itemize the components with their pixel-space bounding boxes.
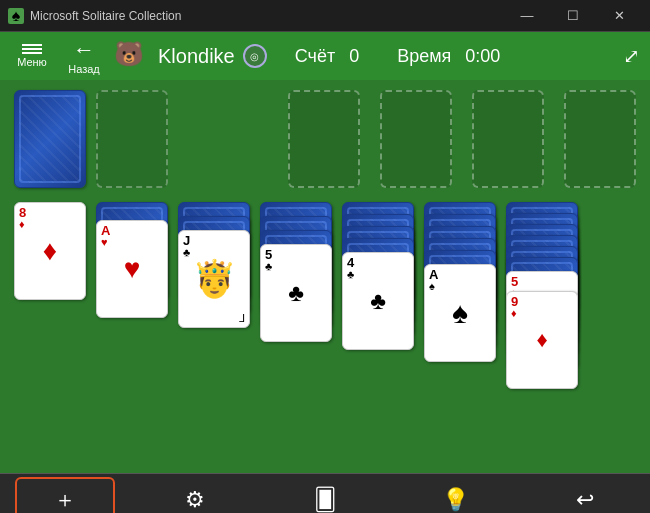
window-title: Microsoft Solitaire Collection [30,9,181,23]
card-suit: ♦ [511,308,573,319]
maximize-button[interactable]: ☐ [550,0,596,32]
card-center: ♦ [43,235,57,267]
stock-card [14,90,86,188]
card-suit: ♣ [347,269,409,280]
card-center: ♥ [124,253,141,285]
card-rank: 8 [19,206,81,219]
bear-icon: 🐻 [114,40,146,72]
stock-pile[interactable] [14,90,86,188]
hint-icon: 💡 [442,487,469,513]
card-center: ♠ [452,296,468,330]
top-spacer [178,90,278,188]
back-button[interactable]: ← Назад [62,34,106,78]
hamburger-icon [22,48,42,50]
card-center: ♦ [536,327,547,353]
card-rank: 5 [511,275,573,288]
score-value: 0 [349,46,359,67]
tableau: 8 ♦ ♦ A ♥ ♥ J ♣ 🤴 Г [14,202,636,402]
foundation-3[interactable] [472,90,544,188]
card-jc[interactable]: J ♣ 🤴 Г [178,230,250,328]
card-9d[interactable]: 9 ♦ ♦ [506,291,578,389]
card-suit: ♣ [265,261,327,272]
card-rank: J [183,234,245,247]
card-rank-bottom: Г [239,312,245,324]
new-game-button[interactable]: ＋ Новая игра [15,477,115,514]
time-value: 0:00 [465,46,500,67]
plus-icon: ＋ [54,485,76,514]
card-rank: 5 [265,248,327,261]
close-button[interactable]: ✕ [596,0,642,32]
score-label: Счёт [295,46,335,67]
back-arrow-icon: ← [73,37,95,63]
card-5c[interactable]: 5 ♣ ♣ [260,244,332,342]
foundation-4[interactable] [564,90,636,188]
tableau-col-4[interactable]: 4 ♣ ♣ [342,202,414,402]
card-center: ♣ [288,279,304,307]
expand-button[interactable]: ⤢ [623,44,640,68]
tableau-col-0[interactable]: 8 ♦ ♦ [14,202,86,402]
minimize-button[interactable]: — [504,0,550,32]
card-suit: ♥ [101,237,163,248]
card-suit: ♠ [429,281,491,292]
tableau-col-1[interactable]: A ♥ ♥ [96,202,168,402]
game-area: 8 ♦ ♦ A ♥ ♥ J ♣ 🤴 Г [0,80,650,473]
app-icon: ♠ [8,8,24,24]
top-row [14,90,636,188]
undo-icon: ↩ [576,487,594,513]
settings-button[interactable]: ⚙ Параметры [145,481,245,514]
menu-label: Меню [17,56,47,68]
card-suit: ♣ [183,247,245,258]
waste-slot[interactable] [96,90,168,188]
gear-icon: ⚙ [185,487,205,513]
tableau-col-6[interactable]: 5 ♦ ♦ 9 ♦ ♦ [506,202,578,402]
back-label: Назад [68,63,100,75]
title-bar: ♠ Microsoft Solitaire Collection — ☐ ✕ [0,0,650,32]
window-controls: — ☐ ✕ [504,0,642,32]
hamburger-icon [22,44,42,46]
time-label: Время [397,46,451,67]
face-card-image: 🤴 [192,261,237,297]
card-rank: A [429,268,491,281]
game-name: Klondike [158,45,235,68]
hamburger-icon [22,52,42,54]
card-suit: ♦ [19,219,81,230]
card-8d[interactable]: 8 ♦ ♦ [14,202,86,300]
foundation-2[interactable] [380,90,452,188]
card-rank: 9 [511,295,573,308]
card-4c[interactable]: 4 ♣ ♣ [342,252,414,350]
hint-button[interactable]: 💡 Подсказка [405,481,505,514]
card-rank: 4 [347,256,409,269]
tableau-col-5[interactable]: A ♠ ♠ [424,202,496,402]
tableau-col-3[interactable]: 5 ♣ ♣ [260,202,332,402]
card-ah[interactable]: A ♥ ♥ [96,220,168,318]
cards-button[interactable]: 🂠 Карты [275,481,375,514]
tableau-col-2[interactable]: J ♣ 🤴 Г [178,202,250,402]
cards-icon: 🂠 [314,487,337,513]
foundation-1[interactable] [288,90,360,188]
titlebar-left: ♠ Microsoft Solitaire Collection [8,8,181,24]
card-center: ♣ [370,287,386,315]
undo-button[interactable]: ↩ Отмена [535,481,635,514]
game-badge: ◎ [243,44,267,68]
card-rank: A [101,224,163,237]
bottom-toolbar: ＋ Новая игра ⚙ Параметры 🂠 Карты 💡 Подск… [0,473,650,513]
card-as[interactable]: A ♠ ♠ [424,264,496,362]
game-toolbar: Меню ← Назад 🐻 Klondike ◎ Счёт 0 Время 0… [0,32,650,80]
menu-button[interactable]: Меню [10,34,54,78]
